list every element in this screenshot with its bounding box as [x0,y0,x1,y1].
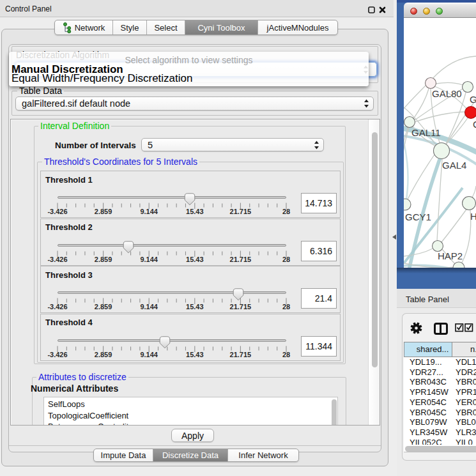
svg-text:GAL4: GAL4 [442,160,466,171]
svg-text:GAL11: GAL11 [411,127,441,138]
svg-text:GA: GA [470,94,476,105]
svg-text:H: H [470,211,476,222]
svg-text:GAL80: GAL80 [432,88,462,99]
svg-text:C: C [473,119,476,130]
svg-text:HAP2: HAP2 [438,250,463,261]
svg-text:GCY1: GCY1 [405,211,431,222]
